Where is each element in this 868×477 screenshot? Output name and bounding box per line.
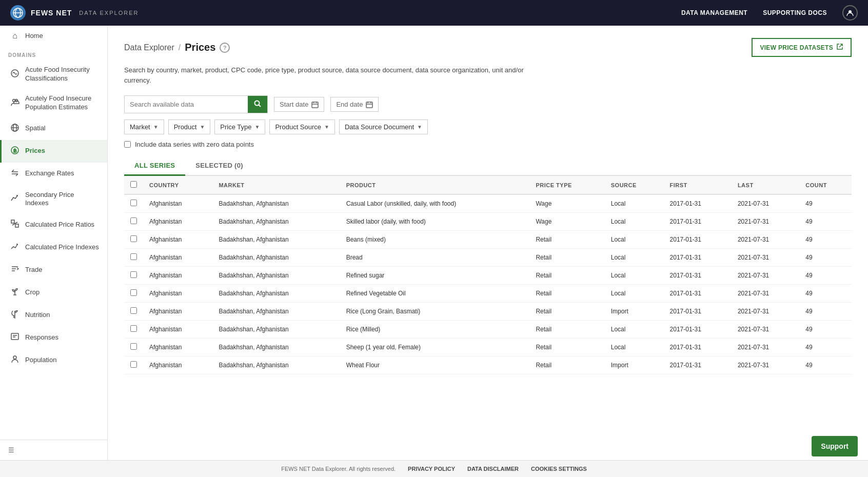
table-row[interactable]: Afghanistan Badakhshan, Afghanistan Whea… xyxy=(124,356,852,374)
row-checkbox-0[interactable] xyxy=(130,200,137,206)
sidebar-item-prices[interactable]: Prices xyxy=(0,140,107,163)
table-row[interactable]: Afghanistan Badakhshan, Afghanistan Rice… xyxy=(124,303,852,321)
population-sidebar-icon xyxy=(10,354,20,366)
data-management-link[interactable]: DATA MANAGEMENT xyxy=(681,9,747,16)
sidebar-item-acute-food-insecurity[interactable]: Acute Food Insecurity Classifications xyxy=(0,60,107,89)
sidebar-item-nutrition[interactable]: Nutrition xyxy=(0,304,107,326)
table-row[interactable]: Afghanistan Badakhshan, Afghanistan Rice… xyxy=(124,321,852,339)
filter-product-source[interactable]: Product Source ▼ xyxy=(269,120,335,134)
cell-source-2: Local xyxy=(605,231,664,249)
row-checkbox-cell[interactable] xyxy=(124,356,143,374)
sidebar-collapse-btn[interactable]: ☰ xyxy=(0,440,107,460)
start-date-input[interactable]: Start date xyxy=(274,97,324,112)
cell-last-2: 2021-07-31 xyxy=(732,231,799,249)
row-checkbox-cell[interactable] xyxy=(124,285,143,303)
filter-product[interactable]: Product ▼ xyxy=(168,120,211,134)
sidebar-item-secondary-price-indexes[interactable]: Secondary Price Indexes xyxy=(0,185,107,214)
row-checkbox-cell[interactable] xyxy=(124,321,143,339)
cell-first-6: 2017-01-31 xyxy=(664,303,732,321)
row-checkbox-cell[interactable] xyxy=(124,231,143,249)
tab-selected[interactable]: SELECTED (0) xyxy=(185,156,253,176)
cell-source-9: Import xyxy=(605,356,664,374)
cell-price-type-8: Retail xyxy=(529,339,604,356)
cell-product-8: Sheep (1 year old, Female) xyxy=(340,339,530,356)
sidebar-item-calculated-price-indexes[interactable]: Calculated Price Indexes xyxy=(0,236,107,259)
svg-rect-12 xyxy=(15,224,18,227)
end-date-input[interactable]: End date xyxy=(330,97,379,112)
sidebar-item-responses[interactable]: Responses xyxy=(0,326,107,349)
cell-product-0: Casual Labor (unskilled, daily, with foo… xyxy=(340,194,530,213)
table-row[interactable]: Afghanistan Badakhshan, Afghanistan Casu… xyxy=(124,194,852,213)
row-checkbox-cell[interactable] xyxy=(124,339,143,356)
sidebar-label-responses: Responses xyxy=(25,333,58,342)
tab-all-series[interactable]: ALL SERIES xyxy=(124,156,185,176)
cell-count-4: 49 xyxy=(799,267,852,285)
support-button[interactable]: Support xyxy=(812,436,858,456)
row-checkbox-7[interactable] xyxy=(130,325,137,332)
table-row[interactable]: Afghanistan Badakhshan, Afghanistan Shee… xyxy=(124,339,852,356)
table-row[interactable]: Afghanistan Badakhshan, Afghanistan Brea… xyxy=(124,249,852,267)
table-row[interactable]: Afghanistan Badakhshan, Afghanistan Refi… xyxy=(124,267,852,285)
view-price-datasets-btn[interactable]: VIEW PRICE DATASETS xyxy=(752,38,852,57)
cookies-settings-link[interactable]: COOKIES SETTINGS xyxy=(531,466,587,472)
cell-count-0: 49 xyxy=(799,194,852,213)
table-row[interactable]: Afghanistan Badakhshan, Afghanistan Skil… xyxy=(124,213,852,231)
row-checkbox-cell[interactable] xyxy=(124,303,143,321)
zero-data-points-label[interactable]: Include data series with zero data point… xyxy=(135,141,254,148)
help-tooltip-btn[interactable]: ? xyxy=(220,43,230,53)
table-row[interactable]: Afghanistan Badakhshan, Afghanistan Refi… xyxy=(124,285,852,303)
row-checkbox-4[interactable] xyxy=(130,271,137,278)
svg-line-18 xyxy=(839,44,842,47)
sidebar-item-calculated-price-ratios[interactable]: Calculated Price Ratios xyxy=(0,213,107,236)
row-checkbox-3[interactable] xyxy=(130,253,137,260)
row-checkbox-9[interactable] xyxy=(130,361,137,368)
filter-price-type[interactable]: Price Type ▼ xyxy=(214,120,265,134)
zero-data-points-checkbox[interactable] xyxy=(124,141,131,148)
brand-name: FEWS NET xyxy=(31,9,72,17)
sidebar-item-trade[interactable]: Trade xyxy=(0,259,107,281)
filter-row: Market ▼ Product ▼ Price Type ▼ Product … xyxy=(124,120,852,134)
row-checkbox-cell[interactable] xyxy=(124,194,143,213)
fews-logo xyxy=(10,5,26,21)
row-checkbox-8[interactable] xyxy=(130,343,137,350)
select-all-checkbox[interactable] xyxy=(130,181,137,188)
sidebar-label-nutrition: Nutrition xyxy=(25,311,50,320)
sidebar-item-crop[interactable]: Crop xyxy=(0,281,107,304)
svg-line-13 xyxy=(12,222,17,225)
cell-count-2: 49 xyxy=(799,231,852,249)
row-checkbox-6[interactable] xyxy=(130,307,137,314)
spatial-icon xyxy=(10,123,20,134)
acute-food-icon xyxy=(10,69,20,80)
row-checkbox-5[interactable] xyxy=(130,289,137,296)
sidebar-item-spatial[interactable]: Spatial xyxy=(0,117,107,140)
sidebar-item-acutely-food-insecure[interactable]: Acutely Food Insecure Population Estimat… xyxy=(0,89,107,117)
sidebar-label-ratios: Calculated Price Ratios xyxy=(25,221,94,229)
search-button[interactable] xyxy=(248,96,267,113)
sidebar-item-exchange-rates[interactable]: Exchange Rates xyxy=(0,163,107,185)
cell-product-5: Refined Vegetable Oil xyxy=(340,285,530,303)
data-table-container[interactable]: COUNTRY MARKET PRODUCT PRICE TYPE SOURCE… xyxy=(124,176,852,374)
svg-rect-14 xyxy=(11,333,18,340)
cell-count-8: 49 xyxy=(799,339,852,356)
privacy-policy-link[interactable]: PRIVACY POLICY xyxy=(408,466,455,472)
svg-point-17 xyxy=(13,356,16,359)
row-checkbox-cell[interactable] xyxy=(124,213,143,231)
row-checkbox-2[interactable] xyxy=(130,235,137,242)
data-disclaimer-link[interactable]: DATA DISCLAIMER xyxy=(467,466,519,472)
sidebar-item-population[interactable]: Population xyxy=(0,349,107,371)
row-checkbox-cell[interactable] xyxy=(124,267,143,285)
filter-market[interactable]: Market ▼ xyxy=(124,120,164,134)
nutrition-icon xyxy=(10,309,20,321)
filter-data-source-document[interactable]: Data Source Document ▼ xyxy=(339,120,428,134)
row-checkbox-cell[interactable] xyxy=(124,249,143,267)
user-avatar[interactable] xyxy=(842,5,858,21)
supporting-docs-link[interactable]: SUPPORTING DOCS xyxy=(763,9,827,16)
search-input[interactable] xyxy=(125,96,248,112)
breadcrumb-link[interactable]: Data Explorer xyxy=(124,43,174,52)
sidebar-item-home[interactable]: ⌂ Home xyxy=(0,26,107,46)
table-row[interactable]: Afghanistan Badakhshan, Afghanistan Bean… xyxy=(124,231,852,249)
cell-product-6: Rice (Long Grain, Basmati) xyxy=(340,303,530,321)
price-indexes-icon xyxy=(10,242,20,253)
header-checkbox-cell xyxy=(124,176,143,194)
row-checkbox-1[interactable] xyxy=(130,217,137,224)
